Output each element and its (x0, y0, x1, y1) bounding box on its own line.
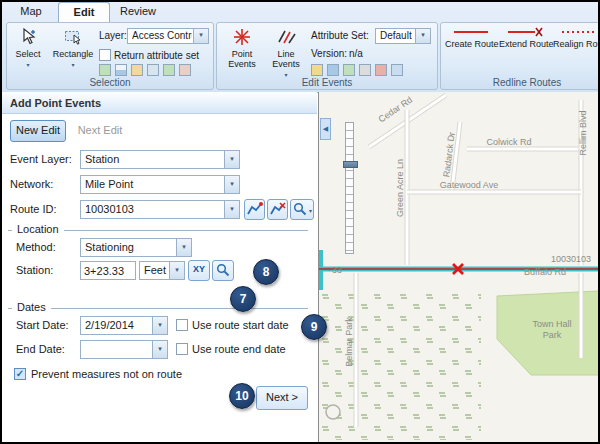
selection-tool-icon-1[interactable] (99, 64, 111, 76)
label-buffalo-rd: Buffalo Rd (524, 267, 566, 277)
label-town-hall-2: Park (543, 330, 562, 340)
chevron-down-icon: ▾ (152, 317, 167, 334)
search-icon (293, 202, 307, 216)
chevron-down-icon: ▾ (224, 176, 239, 193)
map-canvas[interactable]: ◀ (318, 92, 599, 442)
zoom-slider-handle[interactable] (343, 161, 358, 168)
attribute-set-label: Attribute Set: (311, 30, 369, 41)
layer-value: Access Control (132, 29, 192, 43)
ribbon: Map Edit Review Select ▾ Rectangle ▾ (2, 2, 598, 93)
extend-route-button[interactable]: Extend Route (499, 26, 551, 76)
selection-tool-icon-2[interactable] (115, 64, 127, 76)
extend-route-line-icon (507, 27, 543, 37)
select-cursor-icon (18, 27, 38, 47)
return-attribute-set-checkbox[interactable] (99, 49, 111, 61)
layer-dropdown[interactable]: Access Control ▾ (127, 28, 209, 44)
start-date-picker[interactable]: 2/19/2014 ▾ (80, 316, 168, 335)
next-edit-button[interactable]: Next Edit (70, 120, 130, 142)
realign-route-button[interactable]: Realign Route (553, 26, 600, 76)
check-icon: ✓ (16, 368, 24, 379)
attribute-set-dropdown[interactable]: Default ▾ (375, 28, 431, 44)
event-layer-value: Station (85, 151, 223, 168)
selection-tool-icon-4[interactable] (147, 64, 159, 76)
select-route-on-map-button[interactable] (244, 199, 265, 220)
edit-events-tool-icon-3[interactable] (343, 64, 355, 76)
use-route-start-date-checkbox[interactable] (176, 319, 188, 331)
map-graphics: Cedar Rd Green Acre Ln Radarck Dr Colwic… (319, 92, 599, 442)
rectangle-select-icon (63, 27, 83, 47)
route-id-value: 10030103 (85, 201, 223, 218)
callout-10: 10 (229, 383, 255, 409)
new-edit-button[interactable]: New Edit (10, 120, 66, 142)
version-value: n/a (349, 48, 363, 59)
point-events-label: Point Events (228, 49, 256, 69)
create-route-line-icon (453, 27, 489, 37)
edit-events-tool-icon-5[interactable] (375, 64, 387, 76)
edit-events-tool-icon-4[interactable] (359, 64, 371, 76)
ribbon-group-redline-routes: Create Route Extend Route Realign Route … (440, 22, 600, 90)
route-search-button[interactable]: ▾ (290, 199, 314, 220)
line-events-label: Line Events (272, 49, 300, 69)
selection-tool-icon-6[interactable] (179, 64, 191, 76)
route-id-label: Route ID: (10, 203, 56, 215)
attribute-set-value: Default (380, 29, 414, 43)
station-label: Station: (16, 264, 53, 276)
panel-collapse-button[interactable]: ◀ (320, 118, 331, 140)
realign-route-label: Realign Route (553, 39, 600, 49)
use-route-end-date-label: Use route end date (192, 343, 286, 355)
location-section-rule: Location (8, 230, 308, 231)
units-value: Feet (144, 262, 168, 279)
use-route-end-date-checkbox[interactable] (176, 343, 188, 355)
zoom-slider[interactable] (345, 122, 354, 254)
end-date-picker[interactable]: ▾ (80, 340, 168, 359)
line-events-button[interactable]: Line Events ▾ (265, 26, 307, 76)
location-section-title: Location (12, 223, 64, 235)
create-route-button[interactable]: Create Route (445, 26, 497, 76)
tab-map[interactable]: Map (8, 3, 54, 19)
select-label: Select (15, 49, 40, 59)
label-station-tick: -33 (329, 265, 342, 275)
point-events-icon (232, 27, 252, 47)
chevron-down-icon: ▾ (415, 29, 430, 43)
selection-tool-icon-3[interactable] (131, 64, 143, 76)
realign-route-line-icon (561, 27, 597, 37)
return-attribute-set-label: Return attribute set (114, 50, 199, 61)
chevron-down-icon: ▾ (309, 207, 312, 214)
select-button[interactable]: Select ▾ (9, 26, 47, 76)
method-dropdown[interactable]: Stationing ▾ (80, 238, 192, 257)
route-id-combo[interactable]: 10030103 ▾ (80, 200, 240, 219)
selection-tool-icon-5[interactable] (163, 64, 175, 76)
tab-edit[interactable]: Edit (58, 2, 110, 22)
callout-9: 9 (301, 314, 327, 340)
clear-route-selection-button[interactable] (267, 199, 288, 220)
label-gatewood-ave: Gatewood Ave (440, 180, 498, 190)
next-button[interactable]: Next > (256, 386, 308, 410)
chevron-down-icon: ▾ (224, 201, 239, 218)
station-input[interactable] (80, 261, 136, 280)
end-date-value (85, 341, 151, 358)
xy-coordinates-button[interactable]: XY (188, 260, 210, 281)
dates-section-title: Dates (12, 301, 51, 313)
callout-8: 8 (253, 259, 279, 285)
use-route-start-date-label: Use route start date (192, 319, 289, 331)
label-colwick-rd: Colwick Rd (486, 137, 531, 147)
prevent-measures-checkbox[interactable]: ✓ (14, 368, 26, 380)
tab-review[interactable]: Review (112, 3, 164, 19)
chevron-down-icon: ▾ (176, 239, 191, 256)
network-dropdown[interactable]: Mile Point ▾ (80, 175, 240, 194)
redline-routes-group-title: Redline Routes (441, 77, 600, 88)
edit-events-tool-icon-1[interactable] (311, 64, 323, 76)
event-layer-dropdown[interactable]: Station ▾ (80, 150, 240, 169)
point-events-button[interactable]: Point Events (221, 26, 263, 76)
label-green-acre-ln: Green Acre Ln (395, 159, 405, 217)
rectangle-button[interactable]: Rectangle ▾ (49, 26, 97, 76)
network-value: Mile Point (85, 176, 223, 193)
chevron-down-icon: ▾ (49, 60, 97, 70)
ribbon-group-edit-events: Point Events Line Events ▾ Attribute Set… (216, 22, 438, 90)
units-dropdown[interactable]: Feet ▾ (139, 261, 185, 280)
station-search-button[interactable] (212, 260, 234, 281)
edit-events-tool-icon-2[interactable] (327, 64, 339, 76)
edit-events-tool-icon-6[interactable] (391, 64, 403, 76)
cul-de-sac-circle (326, 405, 340, 419)
route-polyline-icon (247, 202, 263, 216)
